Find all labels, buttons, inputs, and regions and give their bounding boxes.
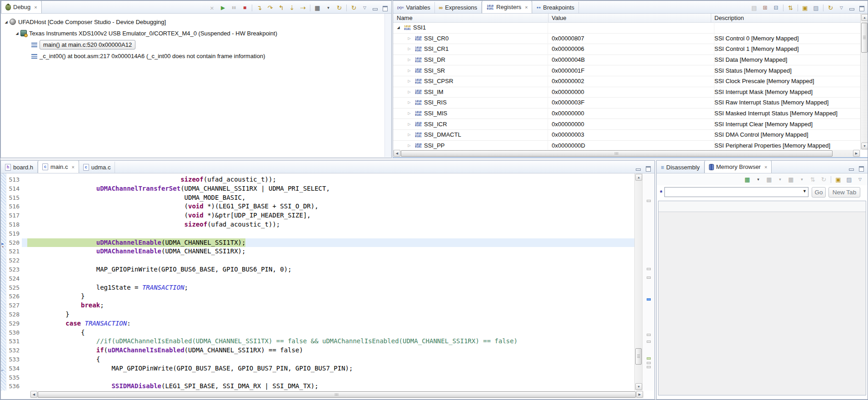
code-line-534[interactable]: ►534 MAP_GPIOPinWrite(GPIO_BUS7_BASE, GP… (1, 364, 634, 373)
dropdown-icon[interactable]: ▾ (754, 176, 762, 183)
minimize-button[interactable] (372, 5, 379, 11)
scroll-down-icon[interactable]: ▼ (861, 143, 868, 149)
registers-vertical-scrollbar[interactable]: ▲ ▼ (860, 14, 868, 150)
code-line-527[interactable]: 527 break; (1, 301, 634, 310)
overview-ruler[interactable] (642, 173, 654, 390)
ruler-current-line-marker[interactable] (647, 298, 651, 301)
step-over-icon[interactable]: ↷ (266, 4, 274, 11)
load-memory-icon[interactable]: ▦ (743, 176, 751, 183)
code-line-524[interactable]: 524 (1, 274, 634, 283)
maximize-button[interactable] (645, 165, 652, 171)
dropdown-disabled-icon[interactable]: ▾ (798, 176, 806, 183)
register-value[interactable]: 0x0000001F (548, 65, 714, 76)
code-line-535[interactable]: 535 (1, 373, 634, 382)
column-name[interactable]: Name (397, 14, 413, 22)
code-line-518[interactable]: 518 sizeof(ufad_acoustic_t)); (1, 220, 634, 229)
dropdown-disabled-icon[interactable]: ▾ (776, 176, 784, 183)
register-row[interactable]: ▷10100101SSI_CPSR0x00000002SSI Clock Pre… (393, 76, 860, 87)
minimize-button[interactable] (848, 165, 855, 171)
column-divider[interactable] (711, 14, 711, 22)
pin-view-icon[interactable]: ▨ (845, 176, 853, 183)
code-line-514[interactable]: 514 uDMAChannelTransferSet(UDMA_CHANNEL_… (1, 184, 634, 193)
registers-column-header[interactable]: Name Value Description (393, 14, 860, 23)
save-memory-icon[interactable]: ▦ (765, 176, 773, 183)
code-line-513[interactable]: 513 sizeof(ufad_acoustic_t)); (1, 175, 634, 184)
ruler-marker[interactable] (647, 268, 651, 270)
code-line-530[interactable]: 530 { (1, 328, 634, 337)
restart-icon[interactable]: ↻ (335, 4, 343, 11)
suspend-icon[interactable]: ▮▮ (230, 4, 238, 11)
collapse-arrow-icon[interactable]: ▷ (407, 58, 412, 62)
collapse-arrow-icon[interactable]: ▷ (407, 111, 412, 115)
expand-arrow-icon[interactable]: ◢ (396, 25, 401, 30)
code-line-519[interactable]: 519 (1, 229, 634, 238)
scroll-left-icon[interactable]: ◀ (394, 150, 400, 157)
scrollbar-thumb[interactable] (635, 348, 642, 365)
register-value[interactable]: 0x00000000 (548, 108, 714, 119)
ruler-marker[interactable] (647, 366, 651, 368)
collapse-arrow-icon[interactable]: ▷ (407, 143, 412, 148)
tab-registers[interactable]: 10100101Registers× (482, 0, 532, 13)
tab-main-c[interactable]: cmain.c× (38, 160, 79, 173)
dropdown-icon[interactable]: ▾ (324, 4, 332, 11)
code-line-531[interactable]: 531 //if(uDMAChannelIsEnabled(UDMA_CHANN… (1, 337, 634, 346)
view-menu-icon[interactable]: ▽ (361, 4, 369, 11)
collapse-all-icon[interactable]: ⊟ (772, 4, 780, 11)
column-description[interactable]: Description (714, 14, 744, 22)
import-export-icon[interactable]: ⇅ (787, 4, 794, 11)
register-row[interactable]: ▷10100101SSI_RIS0x0000003FSSI Raw Interr… (393, 97, 860, 109)
step-return-icon[interactable]: ↰ (277, 4, 285, 11)
code-line-515[interactable]: 515 UDMA_MODE_BASIC, (1, 193, 634, 202)
collapse-arrow-icon[interactable]: ▷ (407, 133, 412, 137)
code-line-521[interactable]: 521 uDMAChannelEnable(UDMA_CHANNEL_SSI1R… (1, 247, 634, 256)
collapse-arrow-icon[interactable]: ▷ (407, 79, 412, 83)
maximize-button[interactable] (858, 165, 865, 171)
view-menu-icon[interactable]: ▽ (856, 176, 864, 183)
collapse-arrow-icon[interactable]: ▷ (407, 47, 412, 51)
tab-debug[interactable]: Debug× (1, 0, 42, 13)
expand-arrow-icon[interactable]: ◢ (4, 20, 9, 24)
view-menu-icon[interactable]: ▽ (838, 4, 845, 11)
expand-tree-icon[interactable]: ⊞ (761, 4, 769, 11)
tab-udma-c[interactable]: cudma.c (79, 162, 115, 173)
terminate-icon[interactable]: ■ (241, 4, 249, 11)
register-row[interactable]: ▷10100101SSI_DMACTL0x00000003SSI DMA Con… (393, 129, 860, 141)
code-line-529[interactable]: 529 case TRANSACTION: (1, 319, 634, 328)
minimize-button[interactable] (848, 5, 855, 11)
register-value[interactable]: 0x00000000 (548, 119, 714, 129)
tab-expressions[interactable]: ∞Expressions (435, 2, 482, 13)
column-value[interactable]: Value (552, 14, 566, 22)
code-editor[interactable]: 513 sizeof(ufad_acoustic_t));514 uDMACha… (1, 173, 634, 390)
code-line-536[interactable]: 536 SSIDMADisable(LEG1_SPI_BASE, SSI_DMA… (1, 382, 634, 390)
ruler-marker[interactable] (647, 362, 651, 364)
debug-tree-item[interactable]: main() at main.c:520 0x00000A12 (25, 40, 377, 50)
maximize-button[interactable] (858, 5, 865, 11)
resume-icon[interactable]: ▶ (219, 4, 227, 11)
import-export-disabled-icon[interactable]: ⇅ (809, 176, 817, 183)
tab-variables[interactable]: (x)=Variables (393, 2, 435, 13)
code-line-533[interactable]: 533 { (1, 355, 634, 364)
register-value[interactable]: 0x00000000 (548, 87, 714, 98)
close-icon[interactable]: × (71, 164, 74, 170)
register-row[interactable]: ▷10100101SSI_CR00x00000807SSI Control 0 … (393, 33, 860, 44)
register-row[interactable]: ▷10100101SSI_DR0x0000004BSSI Data [Memor… (393, 54, 860, 66)
new-view-icon[interactable]: ▣ (801, 4, 809, 11)
refresh-disabled-icon[interactable]: ↻ (820, 176, 828, 183)
asm-step-into-icon[interactable]: ⇣ (288, 4, 296, 11)
memory-content-area[interactable] (658, 201, 866, 395)
register-row[interactable]: ▷10100101SSI_MIS0x00000000SSI Masked Int… (393, 108, 860, 119)
scrollbar-thumb[interactable] (38, 391, 636, 398)
close-icon[interactable]: × (764, 164, 767, 170)
scroll-right-icon[interactable]: ▶ (853, 150, 860, 157)
code-line-523[interactable]: 523 MAP_GPIOPinWrite(GPIO_BUS6_BASE, GPI… (1, 265, 634, 274)
fill-memory-icon[interactable]: ▦ (787, 176, 795, 183)
expand-arrow-icon[interactable]: ◢ (15, 31, 20, 35)
scroll-right-icon[interactable]: ▶ (636, 391, 643, 398)
show-type-names-icon[interactable]: ▤ (750, 4, 758, 11)
asm-step-over-icon[interactable]: ⇢ (299, 4, 307, 11)
tab-memory-browser[interactable]: Memory Browser× (704, 160, 772, 173)
code-line-516[interactable]: 516 (void *)(LEG1_SPI_BASE + SSI_O_DR), (1, 202, 634, 211)
register-value[interactable] (548, 22, 714, 33)
registers-horizontal-scrollbar[interactable]: ◀ ▶ (393, 150, 860, 157)
refresh-icon[interactable]: ↻ (827, 4, 834, 11)
